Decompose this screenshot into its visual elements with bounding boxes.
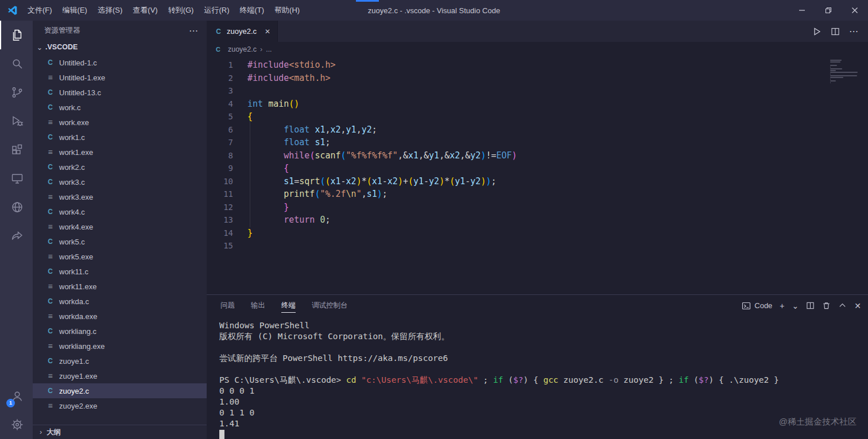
activity-settings[interactable]	[0, 410, 33, 439]
code-editor[interactable]: 1#include<stdio.h>2#include<math.h>34int…	[207, 57, 868, 294]
terminal-line	[219, 342, 868, 353]
file-item-work5.exe[interactable]: ≡work5.exe	[33, 249, 207, 264]
share-icon	[10, 229, 24, 243]
panel-tab-problems[interactable]: 问题	[220, 295, 235, 316]
code-line-13[interactable]: 13 return 0;	[207, 213, 868, 227]
file-item-zuoye2.c[interactable]: Czuoye2.c	[33, 383, 207, 398]
file-item-work11.c[interactable]: Cwork11.c	[33, 264, 207, 279]
line-text: printf("%.2f\n",s1);	[233, 188, 388, 201]
activity-account[interactable]: 1	[0, 382, 33, 410]
code-line-7[interactable]: 7 float s1;	[207, 136, 868, 149]
file-item-work2.c[interactable]: Cwork2.c	[33, 160, 207, 174]
code-line-9[interactable]: 9 {	[207, 162, 868, 175]
activity-extensions[interactable]	[0, 135, 33, 164]
split-terminal-button[interactable]	[806, 301, 815, 310]
file-item-zuoye2.exe[interactable]: ≡zuoye2.exe	[33, 398, 207, 413]
close-tab-icon[interactable]: ✕	[265, 28, 270, 36]
file-item-workda.exe[interactable]: ≡workda.exe	[33, 309, 207, 324]
menu-run[interactable]: 运行(R)	[199, 0, 234, 21]
file-item-work11.exe[interactable]: ≡work11.exe	[33, 279, 207, 294]
folder-name: .VSCODE	[45, 43, 78, 51]
outline-section[interactable]: › 大纲	[33, 425, 207, 439]
panel-tab-terminal[interactable]: 终端	[281, 295, 296, 316]
exe-file-icon: ≡	[45, 282, 55, 291]
code-line-11[interactable]: 11 printf("%.2f\n",s1);	[207, 188, 868, 201]
activity-search[interactable]	[0, 49, 33, 78]
file-item-Untitled-1.exe[interactable]: ≡Untitled-1.exe	[33, 70, 207, 85]
file-item-zuoye1.exe[interactable]: ≡zuoye1.exe	[33, 368, 207, 383]
file-item-workliang.exe[interactable]: ≡workliang.exe	[33, 339, 207, 353]
menu-selection[interactable]: 选择(S)	[92, 0, 127, 21]
code-line-6[interactable]: 6 float x1,x2,y1,y2;	[207, 123, 868, 137]
close-window-button[interactable]	[842, 0, 868, 21]
kill-terminal-button[interactable]	[822, 301, 831, 310]
menu-file[interactable]: 文件(F)	[22, 0, 57, 21]
code-line-10[interactable]: 10 s1=sqrt((x1-x2)*(x1-x2)+(y1-y2)*(y1-y…	[207, 175, 868, 188]
gear-icon	[10, 418, 24, 432]
file-item-work1.c[interactable]: Cwork1.c	[33, 130, 207, 145]
activity-run-debug[interactable]	[0, 107, 33, 135]
menu-view[interactable]: 查看(V)	[127, 0, 162, 21]
code-line-2[interactable]: 2#include<math.h>	[207, 72, 868, 85]
line-text: }	[233, 227, 253, 240]
activity-explorer[interactable]	[0, 21, 33, 49]
minimize-button[interactable]	[789, 0, 815, 21]
code-line-5[interactable]: 5{	[207, 110, 868, 123]
folder-vscode[interactable]: ⌄ .VSCODE	[33, 41, 207, 53]
terminal-line: 尝试新的跨平台 PowerShell https://aka.ms/pscore…	[219, 353, 868, 364]
panel-tab-output[interactable]: 输出	[251, 295, 265, 316]
new-terminal-button[interactable]: +	[780, 301, 784, 310]
file-item-workliang.c[interactable]: Cworkliang.c	[33, 324, 207, 339]
file-item-work3.c[interactable]: Cwork3.c	[33, 174, 207, 189]
file-name: work5.c	[59, 238, 85, 246]
code-line-1[interactable]: 1#include<stdio.h>	[207, 59, 868, 72]
code-line-15[interactable]: 15	[207, 239, 868, 252]
code-line-3[interactable]: 3	[207, 84, 868, 98]
file-item-work.exe[interactable]: ≡work.exe	[33, 115, 207, 130]
restore-button[interactable]	[815, 0, 842, 21]
file-item-workda.c[interactable]: Cworkda.c	[33, 294, 207, 309]
c-file-icon: C	[214, 28, 223, 36]
terminal-output[interactable]: Windows PowerShell版权所有 (C) Microsoft Cor…	[207, 316, 868, 439]
split-editor-button[interactable]	[831, 27, 840, 36]
panel-tab-debug-console[interactable]: 调试控制台	[312, 295, 348, 316]
menu-help[interactable]: 帮助(H)	[269, 0, 305, 21]
breadcrumb-file[interactable]: zuoye2.c	[228, 45, 257, 53]
activity-github[interactable]	[0, 193, 33, 222]
minimap-line	[830, 80, 836, 81]
activity-share[interactable]	[0, 222, 33, 250]
file-name: work.c	[59, 103, 81, 112]
terminal-line: 0 0 0 1	[219, 386, 868, 397]
code-line-4[interactable]: 4int main()	[207, 98, 868, 111]
line-number: 7	[207, 136, 233, 149]
file-item-work5.c[interactable]: Cwork5.c	[33, 234, 207, 249]
file-item-Untitled-13.c[interactable]: CUntitled-13.c	[33, 85, 207, 100]
tab-zuoye2-c[interactable]: C zuoye2.c ✕	[207, 21, 278, 42]
line-text: while(scanf("%f%f%f%f",&x1,&y1,&x2,&y2)!…	[233, 149, 517, 162]
run-button[interactable]	[812, 27, 822, 36]
activity-source-control[interactable]	[0, 78, 33, 107]
file-item-work4.c[interactable]: Cwork4.c	[33, 204, 207, 219]
menu-go[interactable]: 转到(G)	[163, 0, 199, 21]
file-name: work4.c	[59, 208, 85, 216]
file-item-work1.exe[interactable]: ≡work1.exe	[33, 145, 207, 160]
code-line-12[interactable]: 12 }	[207, 201, 868, 214]
file-item-Untitled-1.c[interactable]: CUntitled-1.c	[33, 55, 207, 70]
code-line-14[interactable]: 14}	[207, 227, 868, 240]
code-line-8[interactable]: 8 while(scanf("%f%f%f%f",&x1,&y1,&x2,&y2…	[207, 149, 868, 162]
maximize-panel-button[interactable]	[838, 301, 847, 310]
more-actions-icon[interactable]: ⋯	[189, 25, 199, 36]
activity-remote-explorer[interactable]	[0, 164, 33, 193]
file-item-zuoye1.c[interactable]: Czuoye1.c	[33, 353, 207, 368]
file-item-work.c[interactable]: Cwork.c	[33, 100, 207, 115]
terminal-dropdown-icon[interactable]: ⌄	[792, 301, 799, 310]
menu-terminal[interactable]: 终端(T)	[234, 0, 269, 21]
menu-edit[interactable]: 编辑(E)	[57, 0, 92, 21]
close-panel-icon[interactable]: ✕	[854, 301, 861, 310]
minimap[interactable]	[830, 60, 860, 86]
file-item-work3.exe[interactable]: ≡work3.exe	[33, 189, 207, 204]
file-item-work4.exe[interactable]: ≡work4.exe	[33, 219, 207, 234]
editor-more-actions-icon[interactable]: ⋯	[849, 26, 859, 37]
terminal-profile-selector[interactable]: Code	[742, 301, 772, 310]
breadcrumb-symbol[interactable]: ...	[266, 45, 272, 53]
